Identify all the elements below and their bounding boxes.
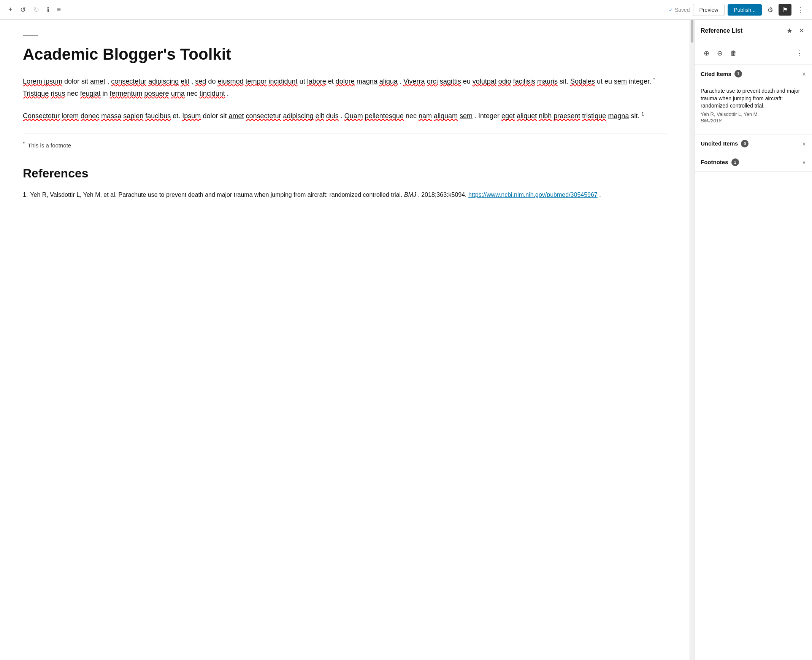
ref-text-1: Yeh R, Valsdottir L, Yeh M, et al. Parac…: [30, 190, 601, 200]
info-icon: ℹ: [47, 6, 49, 14]
close-sidebar-button[interactable]: ✕: [797, 25, 806, 36]
delete-reference-button[interactable]: 🗑: [727, 47, 740, 60]
more-icon: ⋮: [797, 6, 804, 14]
word-donec: donec: [81, 112, 99, 120]
sidebar-actions: ⊕ ⊖ 🗑 ⋮: [694, 42, 812, 65]
footnote-divider: [23, 133, 667, 133]
word-amet-1: amet: [90, 78, 105, 85]
cited-items-title: Cited Items 1: [701, 70, 742, 78]
cited-item-authors-1: Yeh R, Valsdottir L, Yeh M.: [701, 111, 806, 117]
trash-icon: 🗑: [730, 49, 737, 57]
word-urna: urna: [171, 90, 185, 97]
menu-button[interactable]: ≡: [55, 3, 64, 16]
scrollbar[interactable]: [690, 20, 694, 660]
word-posuere: posuere: [145, 90, 169, 97]
sidebar-header-actions: ★ ✕: [785, 25, 806, 36]
ref-number-1: 1.: [23, 190, 28, 200]
word-ipsum: Ipsum: [182, 112, 201, 120]
references-section: References 1. Yeh R, Valsdottir L, Yeh M…: [23, 163, 667, 200]
toolbar-left: + ↺ ↻ ℹ ≡: [6, 3, 63, 16]
flag-button[interactable]: ⚑: [779, 4, 791, 16]
preview-button[interactable]: Preview: [693, 4, 725, 16]
word-eget: eget: [501, 112, 515, 120]
word-praesent: praesent: [553, 112, 580, 120]
cited-items-section: Cited Items 1 ∧ Parachute use to prevent…: [694, 65, 812, 135]
word-mauris: mauris: [537, 78, 558, 85]
word-adipiscing-2: adipiscing: [283, 112, 314, 120]
word-quam: Quam: [345, 112, 363, 120]
word-feugiat: feugiat: [80, 90, 100, 97]
undo-button[interactable]: ↺: [18, 3, 28, 16]
word-tincidunt: tincidunt: [200, 90, 225, 97]
word-viverra: Viverra: [404, 78, 425, 85]
word-consectetur-1: consectetur: [111, 78, 146, 85]
cited-items-header[interactable]: Cited Items 1 ∧: [694, 65, 812, 83]
more-options-icon: ⋮: [796, 49, 803, 57]
word-odio: odio: [498, 78, 511, 85]
close-icon: ✕: [799, 27, 804, 35]
check-icon: ✓: [669, 7, 673, 13]
cited-items-badge: 1: [734, 70, 742, 78]
redo-icon: ↻: [33, 6, 39, 14]
word-volutpat: volutpat: [472, 78, 496, 85]
word-massa: massa: [101, 112, 121, 120]
footnotes-header[interactable]: Footnotes 1 ∨: [694, 153, 812, 171]
word-tempor: tempor: [246, 78, 267, 85]
gear-button[interactable]: ⚙: [765, 3, 775, 16]
reference-item-1: 1. Yeh R, Valsdottir L, Yeh M, et al. Pa…: [23, 190, 667, 200]
ref-link-1[interactable]: https://www.ncbi.nlm.nih.gov/pubmed/3054…: [468, 192, 597, 198]
cited-item-journal-1: BMJ2018: [701, 118, 806, 124]
publish-button[interactable]: Publish...: [728, 4, 762, 16]
word-sed: sed: [195, 78, 206, 85]
footnote-section: * This is a footnote: [23, 140, 667, 151]
editor-divider-top: [23, 35, 38, 36]
footnotes-title: Footnotes 1: [701, 159, 739, 166]
remove-reference-button[interactable]: ⊖: [714, 47, 726, 60]
more-options-button[interactable]: ⋮: [795, 3, 806, 16]
uncited-items-header[interactable]: Uncited Items 0 ∨: [694, 135, 812, 153]
sidebar-title: Reference List: [701, 27, 742, 34]
more-reference-options-button[interactable]: ⋮: [793, 47, 806, 60]
footnotes-section: Footnotes 1 ∨: [694, 153, 812, 172]
footnotes-chevron: ∨: [802, 159, 806, 165]
footnotes-badge: 1: [731, 159, 739, 166]
word-nam: nam: [418, 112, 432, 120]
uncited-items-badge: 0: [741, 140, 748, 148]
word-sagittis: sagittis: [440, 78, 461, 85]
uncited-items-section: Uncited Items 0 ∨: [694, 135, 812, 153]
redo-button[interactable]: ↻: [31, 3, 41, 16]
citation-marker-1: 1: [641, 111, 644, 117]
toolbar-right: ✓ Saved Preview Publish... ⚙ ⚑ ⋮: [669, 3, 806, 16]
toolbar: + ↺ ↻ ℹ ≡ ✓ Saved Preview Publish... ⚙ ⚑…: [0, 0, 812, 20]
info-button[interactable]: ℹ: [44, 3, 52, 16]
add-icon: +: [8, 6, 13, 14]
word-aliquam: aliquam: [434, 112, 458, 120]
word-elit-2: elit: [316, 112, 324, 120]
sidebar-header: Reference List ★ ✕: [694, 20, 812, 42]
paragraph-1: Lorem ipsum dolor sit amet , consectetur…: [23, 76, 667, 100]
word-duis: duis: [326, 112, 339, 120]
word-dolore: dolore: [336, 78, 355, 85]
cited-item-1: Parachute use to prevent death and major…: [701, 83, 806, 128]
footnote-symbol: *: [23, 141, 25, 146]
paragraph-2: Consectetur lorem donec massa sapien fau…: [23, 110, 667, 122]
word-sapien: sapien: [123, 112, 143, 120]
editor-area[interactable]: Academic Blogger's Toolkit Lorem ipsum d…: [0, 20, 690, 660]
footnote-text: This is a footnote: [28, 142, 71, 149]
word-incididunt: incididunt: [269, 78, 298, 85]
word-nibh: nibh: [539, 112, 551, 120]
add-reference-button[interactable]: ⊕: [701, 47, 712, 60]
cited-items-content: Parachute use to prevent death and major…: [694, 83, 812, 134]
word-eiusmod: eiusmod: [218, 78, 243, 85]
word-sodales: Sodales: [570, 78, 595, 85]
add-button[interactable]: +: [6, 3, 15, 16]
main-layout: Academic Blogger's Toolkit Lorem ipsum d…: [0, 20, 812, 660]
word-fermentum: fermentum: [110, 90, 143, 97]
star-button[interactable]: ★: [785, 25, 794, 36]
menu-icon: ≡: [57, 6, 61, 14]
word-aliqua: aliqua: [380, 78, 398, 85]
word-magna-2: magna: [608, 112, 629, 120]
editor-title: Academic Blogger's Toolkit: [23, 45, 667, 63]
cited-item-title-1: Parachute use to prevent death and major…: [701, 87, 806, 110]
word-sem-1: sem: [614, 78, 627, 85]
